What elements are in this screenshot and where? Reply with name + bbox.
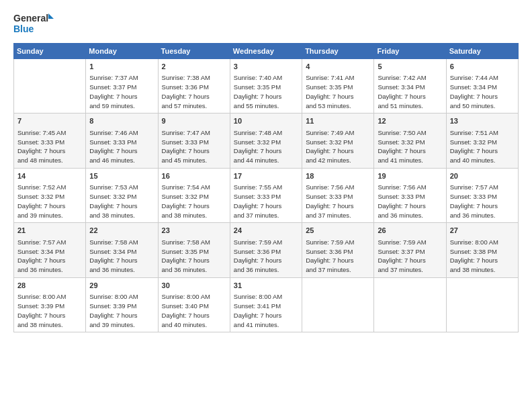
day-number: 25 [306, 226, 370, 236]
calendar-cell: 1Sunrise: 7:37 AM Sunset: 3:37 PM Daylig… [86, 59, 158, 113]
calendar-cell: 30Sunrise: 8:00 AM Sunset: 3:40 PM Dayli… [158, 277, 230, 332]
day-number: 3 [234, 62, 298, 72]
day-number: 20 [450, 171, 515, 181]
day-info: Sunrise: 7:46 AM Sunset: 3:33 PM Dayligh… [89, 128, 154, 165]
calendar-cell: 29Sunrise: 8:00 AM Sunset: 3:39 PM Dayli… [86, 277, 158, 332]
day-number: 27 [450, 226, 515, 236]
calendar-cell: 12Sunrise: 7:50 AM Sunset: 3:32 PM Dayli… [374, 113, 446, 168]
day-info: Sunrise: 8:00 AM Sunset: 3:40 PM Dayligh… [162, 292, 226, 329]
day-number: 28 [17, 281, 82, 291]
calendar-cell: 13Sunrise: 7:51 AM Sunset: 3:32 PM Dayli… [446, 113, 518, 168]
calendar-cell: 5Sunrise: 7:42 AM Sunset: 3:34 PM Daylig… [374, 59, 446, 113]
day-info: Sunrise: 7:59 AM Sunset: 3:36 PM Dayligh… [234, 238, 298, 275]
logo-svg: General Blue [13, 11, 54, 36]
header-cell-monday: Monday [86, 44, 158, 59]
calendar-cell [302, 277, 374, 332]
header-cell-tuesday: Tuesday [158, 44, 230, 59]
day-info: Sunrise: 7:40 AM Sunset: 3:35 PM Dayligh… [234, 73, 298, 110]
day-info: Sunrise: 7:47 AM Sunset: 3:33 PM Dayligh… [162, 128, 226, 165]
day-number: 14 [17, 171, 82, 181]
day-info: Sunrise: 7:56 AM Sunset: 3:33 PM Dayligh… [306, 183, 370, 220]
day-info: Sunrise: 7:53 AM Sunset: 3:32 PM Dayligh… [89, 183, 154, 220]
week-row-1: 1Sunrise: 7:37 AM Sunset: 3:37 PM Daylig… [14, 59, 519, 113]
day-number: 24 [234, 226, 298, 236]
calendar-cell: 3Sunrise: 7:40 AM Sunset: 3:35 PM Daylig… [230, 59, 302, 113]
day-info: Sunrise: 7:49 AM Sunset: 3:32 PM Dayligh… [306, 128, 370, 165]
day-number: 21 [17, 226, 82, 236]
day-number: 8 [89, 116, 154, 126]
day-info: Sunrise: 7:55 AM Sunset: 3:33 PM Dayligh… [234, 183, 298, 220]
svg-text:General: General [13, 13, 48, 24]
week-row-4: 21Sunrise: 7:57 AM Sunset: 3:34 PM Dayli… [14, 223, 519, 277]
day-info: Sunrise: 7:57 AM Sunset: 3:34 PM Dayligh… [17, 238, 82, 275]
day-number: 11 [306, 116, 370, 126]
calendar-cell: 7Sunrise: 7:45 AM Sunset: 3:33 PM Daylig… [14, 113, 86, 168]
day-number: 26 [378, 226, 442, 236]
day-info: Sunrise: 7:52 AM Sunset: 3:32 PM Dayligh… [17, 183, 82, 220]
calendar-cell: 18Sunrise: 7:56 AM Sunset: 3:33 PM Dayli… [302, 168, 374, 222]
calendar-cell: 10Sunrise: 7:48 AM Sunset: 3:32 PM Dayli… [230, 113, 302, 168]
calendar-cell [446, 277, 518, 332]
day-number: 6 [450, 62, 515, 72]
day-number: 4 [306, 62, 370, 72]
day-info: Sunrise: 7:45 AM Sunset: 3:33 PM Dayligh… [17, 128, 82, 165]
calendar-cell: 6Sunrise: 7:44 AM Sunset: 3:34 PM Daylig… [446, 59, 518, 113]
day-number: 13 [450, 116, 515, 126]
calendar-cell: 23Sunrise: 7:58 AM Sunset: 3:35 PM Dayli… [158, 223, 230, 277]
header-cell-wednesday: Wednesday [230, 44, 302, 59]
day-number: 30 [162, 281, 226, 291]
day-info: Sunrise: 7:58 AM Sunset: 3:34 PM Dayligh… [89, 238, 154, 275]
calendar-cell: 26Sunrise: 7:59 AM Sunset: 3:37 PM Dayli… [374, 223, 446, 277]
calendar-cell: 19Sunrise: 7:56 AM Sunset: 3:33 PM Dayli… [374, 168, 446, 222]
calendar-cell [374, 277, 446, 332]
page: General Blue SundayMondayTuesdayWednesda… [0, 0, 532, 411]
calendar-cell [14, 59, 86, 113]
day-info: Sunrise: 7:44 AM Sunset: 3:34 PM Dayligh… [450, 73, 515, 110]
day-info: Sunrise: 7:59 AM Sunset: 3:37 PM Dayligh… [378, 238, 442, 275]
calendar-cell: 24Sunrise: 7:59 AM Sunset: 3:36 PM Dayli… [230, 223, 302, 277]
calendar-table: SundayMondayTuesdayWednesdayThursdayFrid… [13, 43, 519, 332]
day-number: 31 [234, 281, 298, 291]
day-info: Sunrise: 8:00 AM Sunset: 3:38 PM Dayligh… [450, 238, 515, 275]
calendar-cell: 9Sunrise: 7:47 AM Sunset: 3:33 PM Daylig… [158, 113, 230, 168]
day-info: Sunrise: 7:57 AM Sunset: 3:33 PM Dayligh… [450, 183, 515, 220]
calendar-cell: 20Sunrise: 7:57 AM Sunset: 3:33 PM Dayli… [446, 168, 518, 222]
calendar-cell: 28Sunrise: 8:00 AM Sunset: 3:39 PM Dayli… [14, 277, 86, 332]
week-row-5: 28Sunrise: 8:00 AM Sunset: 3:39 PM Dayli… [14, 277, 519, 332]
header-cell-saturday: Saturday [446, 44, 518, 59]
day-info: Sunrise: 7:59 AM Sunset: 3:36 PM Dayligh… [306, 238, 370, 275]
day-info: Sunrise: 7:38 AM Sunset: 3:36 PM Dayligh… [162, 73, 226, 110]
header-cell-sunday: Sunday [14, 44, 86, 59]
day-info: Sunrise: 7:56 AM Sunset: 3:33 PM Dayligh… [378, 183, 442, 220]
day-info: Sunrise: 7:58 AM Sunset: 3:35 PM Dayligh… [162, 238, 226, 275]
day-number: 23 [162, 226, 226, 236]
day-info: Sunrise: 8:00 AM Sunset: 3:39 PM Dayligh… [17, 292, 82, 329]
calendar-cell: 21Sunrise: 7:57 AM Sunset: 3:34 PM Dayli… [14, 223, 86, 277]
day-number: 2 [162, 62, 226, 72]
header: General Blue [13, 11, 519, 36]
header-cell-thursday: Thursday [302, 44, 374, 59]
day-info: Sunrise: 8:00 AM Sunset: 3:41 PM Dayligh… [234, 292, 298, 329]
svg-text:Blue: Blue [13, 24, 34, 34]
day-number: 7 [17, 116, 82, 126]
day-info: Sunrise: 7:48 AM Sunset: 3:32 PM Dayligh… [234, 128, 298, 165]
calendar-cell: 31Sunrise: 8:00 AM Sunset: 3:41 PM Dayli… [230, 277, 302, 332]
day-number: 17 [234, 171, 298, 181]
day-info: Sunrise: 8:00 AM Sunset: 3:39 PM Dayligh… [89, 292, 154, 329]
day-number: 19 [378, 171, 442, 181]
week-row-2: 7Sunrise: 7:45 AM Sunset: 3:33 PM Daylig… [14, 113, 519, 168]
calendar-cell: 15Sunrise: 7:53 AM Sunset: 3:32 PM Dayli… [86, 168, 158, 222]
calendar-cell: 8Sunrise: 7:46 AM Sunset: 3:33 PM Daylig… [86, 113, 158, 168]
calendar-cell: 2Sunrise: 7:38 AM Sunset: 3:36 PM Daylig… [158, 59, 230, 113]
day-info: Sunrise: 7:54 AM Sunset: 3:32 PM Dayligh… [162, 183, 226, 220]
day-number: 22 [89, 226, 154, 236]
header-row: SundayMondayTuesdayWednesdayThursdayFrid… [14, 44, 519, 59]
calendar-cell: 16Sunrise: 7:54 AM Sunset: 3:32 PM Dayli… [158, 168, 230, 222]
header-cell-friday: Friday [374, 44, 446, 59]
week-row-3: 14Sunrise: 7:52 AM Sunset: 3:32 PM Dayli… [14, 168, 519, 222]
day-info: Sunrise: 7:42 AM Sunset: 3:34 PM Dayligh… [378, 73, 442, 110]
day-number: 12 [378, 116, 442, 126]
day-number: 9 [162, 116, 226, 126]
calendar-cell: 4Sunrise: 7:41 AM Sunset: 3:35 PM Daylig… [302, 59, 374, 113]
calendar-cell: 25Sunrise: 7:59 AM Sunset: 3:36 PM Dayli… [302, 223, 374, 277]
